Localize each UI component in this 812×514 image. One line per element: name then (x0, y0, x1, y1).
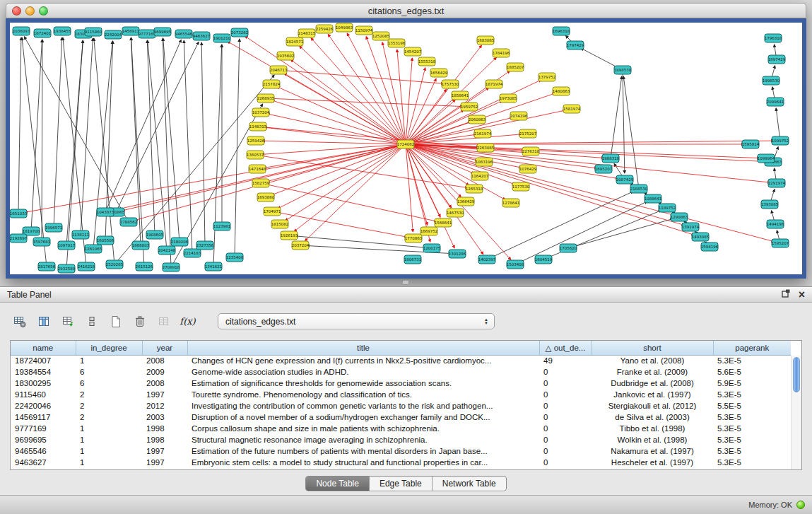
network-node[interactable]: 1784196 (493, 49, 510, 57)
network-edge[interactable] (623, 70, 625, 173)
tab-network-table[interactable]: Network Table (433, 477, 506, 491)
network-node[interactable]: 1796318 (765, 34, 782, 42)
network-node[interactable]: 2263085 (477, 144, 495, 152)
network-node[interactable]: 2276318 (522, 147, 540, 156)
network-node[interactable]: 1594196 (701, 243, 719, 251)
network-node[interactable]: 1138111 (72, 230, 90, 239)
network-node[interactable]: 1456911 (122, 27, 140, 35)
network-node[interactable]: 2148315 (298, 29, 316, 37)
table-row[interactable]: 1830029562008Estimation of significance … (11, 378, 791, 389)
column-header-title[interactable]: title (187, 341, 539, 355)
network-node[interactable]: 1926193 (281, 231, 298, 240)
network-node[interactable]: 1341621 (205, 262, 223, 271)
network-node[interactable]: 1604519 (535, 255, 553, 264)
network-edge[interactable] (54, 37, 62, 228)
network-node[interactable]: 1788562 (120, 218, 138, 226)
network-node[interactable]: 2060863 (469, 115, 486, 124)
network-edge[interactable] (366, 37, 406, 145)
network-node[interactable]: 2074196 (510, 112, 528, 120)
network-node[interactable]: 1503408 (507, 260, 524, 269)
network-node[interactable]: 2175207 (519, 129, 537, 138)
network-node[interactable]: 1605506 (97, 236, 114, 245)
window-zoom-button[interactable] (39, 6, 48, 16)
network-node[interactable]: 1480863 (553, 87, 570, 95)
network-edge[interactable] (271, 144, 406, 195)
network-edge[interactable] (611, 76, 622, 158)
network-node[interactable]: 2416218 (78, 262, 95, 271)
network-node[interactable]: 1973085 (500, 94, 517, 103)
network-node[interactable]: 1278641 (502, 199, 520, 207)
network-edge[interactable] (406, 144, 774, 242)
network-node[interactable]: 1360537 (247, 151, 264, 159)
delete-table-icon[interactable] (130, 313, 149, 330)
network-node[interactable]: 2242004 (105, 30, 122, 39)
network-node[interactable]: 1908605 (146, 230, 164, 239)
network-node[interactable]: 1189752 (659, 204, 676, 212)
network-edge[interactable] (258, 127, 479, 147)
network-node[interactable]: 2327356 (196, 241, 214, 250)
network-edge[interactable] (406, 144, 770, 182)
network-node[interactable]: 1935602 (277, 52, 295, 60)
network-edge[interactable] (328, 34, 406, 144)
network-node[interactable]: 2932589 (58, 264, 76, 273)
network-node[interactable]: 1595814 (742, 140, 760, 148)
network-edge[interactable] (42, 40, 42, 242)
network-edge[interactable] (213, 45, 222, 267)
network-node[interactable]: 1301286 (449, 250, 466, 258)
window-minimize-button[interactable] (25, 6, 35, 16)
network-edge[interactable] (93, 41, 112, 249)
network-node[interactable]: 1259426 (247, 136, 265, 145)
column-header-in-degree[interactable]: in_degree (76, 341, 142, 355)
network-edge[interactable] (776, 108, 780, 141)
network-node[interactable]: 1088641 (645, 194, 662, 203)
column-header-pagerank[interactable]: pagerank (713, 341, 791, 355)
network-node[interactable]: 1265318 (466, 185, 483, 193)
network-edge[interactable] (163, 38, 180, 242)
network-edge[interactable] (94, 38, 114, 264)
network-node[interactable]: 2046713 (270, 66, 288, 74)
network-node[interactable]: 1582759 (252, 179, 270, 187)
network-node[interactable]: 2214183 (184, 249, 201, 257)
window-close-button[interactable] (12, 6, 21, 16)
network-node[interactable]: 1123981 (213, 222, 231, 230)
network-edge[interactable] (406, 100, 455, 144)
network-node[interactable]: 1669752 (420, 227, 438, 235)
network-node[interactable]: 1252085 (372, 32, 390, 40)
network-edge[interactable] (131, 37, 141, 245)
network-node[interactable]: 1885207 (507, 63, 524, 71)
scrollbar-thumb[interactable] (793, 357, 800, 392)
network-edge[interactable] (235, 39, 240, 257)
column-header-year[interactable]: year (142, 341, 187, 355)
table-mode-icon[interactable] (10, 313, 29, 330)
network-node[interactable]: 1568641 (435, 218, 452, 227)
table-row[interactable]: 911546021997Tourette syndrome. Phenomeno… (11, 389, 791, 400)
network-edge[interactable] (24, 37, 129, 222)
network-node[interactable]: 2708918 (163, 263, 180, 271)
network-node[interactable]: 1150974 (355, 26, 373, 35)
network-node[interactable]: 1049863 (336, 23, 353, 32)
network-edge[interactable] (278, 144, 406, 209)
table-row[interactable]: 977716911998Corpus callosum shape and si… (11, 423, 791, 434)
network-edge[interactable] (66, 40, 83, 245)
network-node[interactable]: 2520265 (106, 260, 124, 269)
network-node[interactable]: 1148315 (249, 122, 267, 131)
network-edge[interactable] (300, 46, 406, 144)
network-node[interactable]: 1353196 (388, 39, 406, 47)
network-canvas[interactable]: 2036093187240119384551830029911546022420… (10, 23, 802, 274)
network-node[interactable]: 1043873 (97, 208, 114, 216)
vertical-scrollbar[interactable] (791, 356, 801, 469)
network-node[interactable]: 2036093 (13, 27, 30, 35)
network-node[interactable]: 1998530 (763, 76, 780, 85)
network-node[interactable]: 1693860 (257, 193, 275, 201)
network-node[interactable]: 1581974 (563, 105, 581, 113)
network-node[interactable]: 2157824 (263, 80, 281, 88)
network-node[interactable]: 9463627 (193, 32, 211, 40)
network-node[interactable]: 2042148 (158, 246, 176, 255)
network-node[interactable]: 1097017 (58, 241, 76, 250)
network-node[interactable]: 2099641 (767, 98, 784, 106)
network-node[interactable]: 1866803 (132, 241, 150, 250)
network-node[interactable]: 1467530 (447, 209, 464, 217)
column-header-out-degree[interactable]: △ out_de... (539, 341, 592, 355)
network-node[interactable]: 1391974 (682, 223, 700, 231)
network-node[interactable]: 1235408 (226, 253, 244, 262)
